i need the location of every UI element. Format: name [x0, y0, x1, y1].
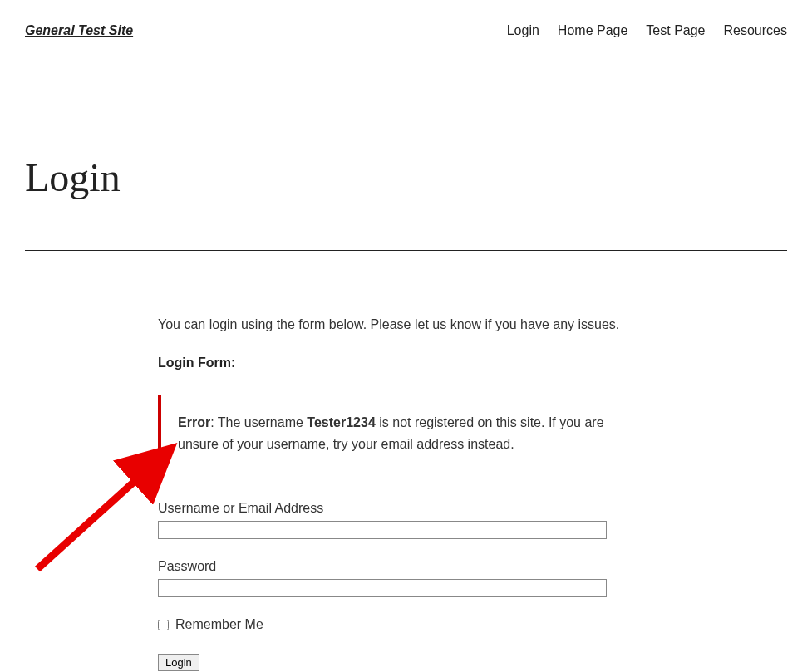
- main-nav: Login Home Page Test Page Resources: [507, 23, 787, 38]
- username-input[interactable]: [158, 521, 607, 539]
- nav-login[interactable]: Login: [507, 23, 539, 38]
- nav-resources[interactable]: Resources: [724, 23, 787, 38]
- login-button[interactable]: Login: [158, 654, 199, 671]
- intro-text: You can login using the form below. Plea…: [158, 317, 657, 332]
- remember-checkbox[interactable]: [158, 620, 169, 630]
- page-heading: Login: [25, 155, 787, 200]
- error-sep: : The username: [210, 415, 307, 429]
- divider: [25, 250, 787, 251]
- username-label: Username or Email Address: [158, 501, 657, 516]
- error-username: Tester1234: [307, 415, 375, 429]
- remember-label: Remember Me: [175, 617, 263, 632]
- password-input[interactable]: [158, 579, 607, 597]
- nav-test[interactable]: Test Page: [646, 23, 705, 38]
- password-label: Password: [158, 559, 657, 574]
- error-box: Error: The username Tester1234 is not re…: [158, 395, 657, 471]
- nav-home[interactable]: Home Page: [558, 23, 628, 38]
- error-label: Error: [178, 415, 210, 429]
- site-title-link[interactable]: General Test Site: [25, 23, 133, 38]
- topbar: General Test Site Login Home Page Test P…: [25, 0, 787, 38]
- form-title: Login Form:: [158, 356, 657, 370]
- remember-me[interactable]: Remember Me: [158, 617, 657, 632]
